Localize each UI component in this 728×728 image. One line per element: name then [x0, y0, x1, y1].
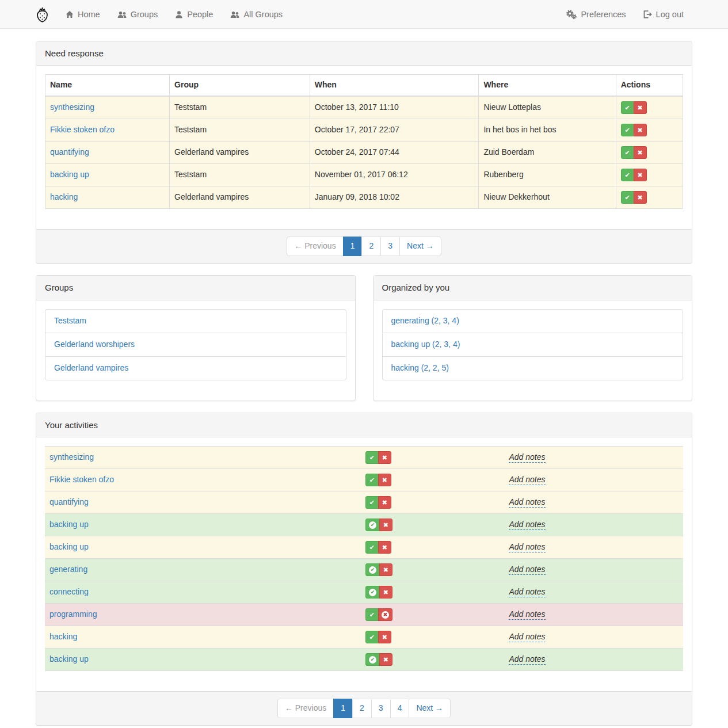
attend-yes-button[interactable]: ✔ — [365, 586, 380, 599]
actions-cell: ✔✖ — [616, 186, 683, 209]
brand-logo[interactable] — [36, 0, 57, 29]
activity-link[interactable]: backing up — [49, 520, 89, 529]
attendance-button-group: ✔✖ — [621, 124, 647, 136]
nav-groups[interactable]: Groups — [109, 0, 167, 29]
attend-yes-button[interactable]: ✔ — [365, 519, 380, 531]
activity-link[interactable]: backing up — [49, 542, 89, 551]
attend-yes-button[interactable]: ✔ — [621, 101, 634, 114]
activities-pagination-next[interactable]: Next → — [409, 699, 451, 718]
need-response-pagination-page-3[interactable]: 3 — [380, 237, 400, 256]
activity-link[interactable]: Fikkie stoken ofzo — [50, 125, 115, 134]
activities-pagination-page-4[interactable]: 4 — [390, 699, 410, 718]
need-response-pagination: ← Previous123Next → — [287, 237, 441, 256]
organized-activity-link[interactable]: hacking (2, 2, 5) — [383, 357, 683, 380]
gears-icon — [566, 10, 577, 19]
need-response-pagination-page-1[interactable]: 1 — [343, 237, 363, 256]
attend-yes-button[interactable]: ✔ — [365, 608, 379, 621]
attend-yes-button[interactable]: ✔ — [621, 169, 634, 181]
attend-no-button[interactable]: ✖ — [634, 169, 647, 181]
attend-yes-button[interactable]: ✔ — [365, 563, 380, 576]
activity-link[interactable]: Fikkie stoken ofzo — [49, 475, 114, 484]
group-cell: Teststam — [170, 96, 310, 119]
activities-pagination-page-1[interactable]: 1 — [333, 699, 353, 718]
nav-all-groups[interactable]: All Groups — [222, 0, 291, 29]
nav-home[interactable]: Home — [57, 0, 109, 29]
attend-no-button[interactable]: ✖ — [378, 451, 391, 464]
attend-yes-button[interactable]: ✔ — [365, 541, 379, 554]
attend-no-button[interactable]: ✖ — [378, 631, 391, 643]
attend-no-button[interactable]: ✖ — [378, 541, 391, 554]
add-notes-link[interactable]: Add notes — [509, 520, 545, 530]
activity-link[interactable]: hacking — [49, 632, 77, 641]
organized-activity-link[interactable]: generating (2, 3, 4) — [383, 310, 683, 333]
group-link[interactable]: Gelderland vampires — [45, 357, 346, 380]
check-icon: ✔ — [369, 500, 375, 506]
attendance-button-group: ✔✖ — [621, 191, 647, 204]
add-notes-link[interactable]: Add notes — [509, 475, 545, 485]
activities-pagination-page-3[interactable]: 3 — [371, 699, 391, 718]
attend-no-button[interactable]: ✖ — [379, 519, 392, 531]
attend-yes-button[interactable]: ✔ — [365, 496, 379, 509]
nav-logout[interactable]: Log out — [635, 0, 692, 29]
group-cell: Teststam — [170, 119, 310, 142]
attend-no-button[interactable]: ✖ — [379, 586, 392, 599]
activities-pagination-previous[interactable]: ← Previous — [277, 699, 334, 718]
when-cell: October 24, 2017 07:44 — [310, 142, 479, 164]
cross-icon: ✖ — [382, 477, 387, 483]
organized-title: Organized by you — [373, 276, 692, 300]
check-circle-icon: ✔ — [369, 521, 376, 529]
activity-link[interactable]: backing up — [50, 170, 89, 179]
attend-no-button[interactable]: ✖ — [379, 653, 392, 666]
add-notes-link[interactable]: Add notes — [509, 654, 545, 665]
attend-no-button[interactable]: ✖ — [634, 101, 647, 114]
attend-no-button[interactable]: ✖ — [634, 124, 647, 136]
need-response-pagination-next[interactable]: Next → — [399, 237, 441, 256]
attend-yes-button[interactable]: ✔ — [621, 191, 634, 204]
attend-no-button[interactable]: ✖ — [378, 496, 391, 509]
activity-link[interactable]: connecting — [49, 587, 89, 596]
attend-yes-button[interactable]: ✔ — [365, 653, 380, 666]
attend-yes-button[interactable]: ✔ — [365, 474, 379, 486]
need-response-row: quantifyingGelderland vampiresOctober 24… — [45, 142, 683, 164]
add-notes-link[interactable]: Add notes — [509, 565, 545, 575]
attend-no-button[interactable]: ✖ — [378, 608, 392, 621]
attend-no-button[interactable]: ✖ — [634, 191, 647, 204]
group-link[interactable]: Gelderland worshipers — [45, 333, 346, 356]
attendance-button-group: ✔✖ — [621, 169, 647, 181]
add-notes-link[interactable]: Add notes — [509, 632, 545, 642]
activity-link[interactable]: generating — [49, 565, 87, 574]
attend-no-button[interactable]: ✖ — [634, 146, 647, 159]
group-link[interactable]: Teststam — [45, 310, 346, 333]
add-notes-link[interactable]: Add notes — [509, 609, 545, 620]
need-response-row: hackingGelderland vampiresJanuary 09, 20… — [45, 186, 683, 209]
add-notes-link[interactable]: Add notes — [509, 452, 545, 463]
add-notes-link[interactable]: Add notes — [509, 587, 545, 597]
add-notes-link[interactable]: Add notes — [509, 542, 545, 552]
activity-link[interactable]: quantifying — [50, 147, 89, 157]
attend-yes-button[interactable]: ✔ — [365, 451, 379, 464]
activity-link[interactable]: hacking — [50, 192, 78, 201]
activity-link[interactable]: programming — [49, 609, 97, 619]
where-cell: Nieuw Dekkerhout — [479, 186, 616, 209]
organized-activity-link[interactable]: backing up (2, 3, 4) — [383, 333, 683, 356]
activity-link[interactable]: quantifying — [49, 497, 89, 506]
attend-no-button[interactable]: ✖ — [379, 563, 392, 576]
activities-pagination-page-2[interactable]: 2 — [352, 699, 372, 718]
attend-yes-button[interactable]: ✔ — [621, 146, 634, 159]
need-response-pagination-previous[interactable]: ← Previous — [287, 237, 343, 256]
activity-link[interactable]: backing up — [49, 654, 89, 664]
nav-preferences[interactable]: Preferences — [558, 0, 634, 29]
add-notes-link[interactable]: Add notes — [509, 497, 545, 508]
attend-no-button[interactable]: ✖ — [378, 474, 391, 486]
nav-people[interactable]: People — [166, 0, 222, 29]
need-response-pagination-page-2[interactable]: 2 — [361, 237, 381, 256]
column-header-where: Where — [479, 75, 616, 96]
attend-yes-button[interactable]: ✔ — [365, 631, 379, 643]
attendance-button-group: ✔✖ — [365, 586, 392, 599]
attend-yes-button[interactable]: ✔ — [621, 124, 634, 136]
list-item: generating (2, 3, 4) — [382, 309, 684, 333]
activity-link[interactable]: synthesizing — [50, 102, 94, 112]
nav-groups-label: Groups — [131, 9, 158, 21]
list-item: Gelderland worshipers — [45, 333, 346, 357]
activity-link[interactable]: synthesizing — [49, 452, 94, 462]
